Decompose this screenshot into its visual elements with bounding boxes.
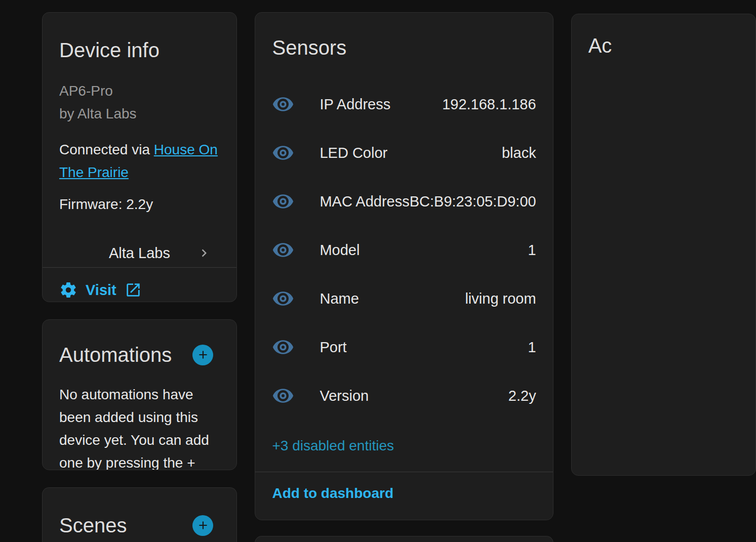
partial-bottom-card (255, 536, 553, 542)
sensors-title: Sensors (272, 35, 536, 60)
plus-icon (196, 519, 210, 532)
sensor-row-led-color[interactable]: LED Color black (272, 129, 536, 177)
sensor-label: IP Address (320, 96, 390, 113)
sensors-card: Sensors IP Address 192.168.1.186 LED Col… (255, 12, 553, 520)
eye-icon (272, 336, 294, 358)
sensor-value: 1 (528, 339, 536, 356)
automations-empty-text: No automations have been added using thi… (59, 383, 220, 470)
sensor-value: 1 (528, 242, 536, 259)
eye-icon (272, 287, 294, 310)
visit-row: Visit (43, 268, 236, 302)
chevron-right-icon (196, 245, 212, 261)
sensor-label: Version (320, 388, 369, 404)
sensor-label: Name (320, 290, 359, 307)
device-page: Device info AP6-Pro by Alta Labs Connect… (0, 0, 756, 542)
sensors-body: Sensors IP Address 192.168.1.186 LED Col… (255, 13, 552, 472)
visit-link[interactable]: Visit (86, 282, 116, 299)
disabled-entities-link[interactable]: +3 disabled entities (272, 438, 394, 454)
sensor-row-name[interactable]: Name living room (272, 274, 536, 323)
sensor-value: living room (465, 290, 536, 307)
sensor-label: Model (320, 242, 360, 259)
eye-icon (272, 385, 294, 407)
firmware-line: Firmware: 2.2y (59, 193, 220, 216)
add-to-dashboard-row: Add to dashboard (255, 472, 552, 515)
add-automation-button[interactable] (192, 345, 213, 365)
eye-icon (272, 93, 294, 115)
plus-icon (196, 348, 210, 361)
sensor-value: 192.168.1.186 (442, 96, 536, 113)
automations-title: Automations (59, 343, 172, 367)
device-info-title: Device info (59, 38, 220, 62)
device-model: AP6-Pro (59, 83, 113, 99)
sensor-value: BC:B9:23:05:D9:00 (410, 193, 536, 210)
device-manufacturer: by Alta Labs (59, 106, 137, 121)
partial-right-card-title: Ac (588, 33, 739, 58)
sensor-row-ip-address[interactable]: IP Address 192.168.1.186 (272, 80, 536, 129)
device-info-card: Device info AP6-Pro by Alta Labs Connect… (42, 12, 237, 302)
connected-via-line: Connected via House On The Prairie (59, 138, 220, 184)
disabled-entities-row: +3 disabled entities (272, 420, 536, 472)
sensor-label: Port (320, 339, 346, 356)
scenes-card: Scenes (42, 487, 237, 542)
scenes-header: Scenes (59, 513, 220, 537)
integration-name: Alta Labs (109, 245, 170, 262)
sensor-value: 2.2y (508, 388, 536, 404)
eye-icon (272, 239, 294, 261)
sensor-row-model[interactable]: Model 1 (272, 226, 536, 274)
eye-icon (272, 142, 294, 164)
open-in-new-icon[interactable] (125, 281, 142, 299)
sensor-row-version[interactable]: Version 2.2y (272, 371, 536, 420)
sensor-label: MAC Address (320, 193, 409, 210)
sensor-row-mac-address[interactable]: MAC Address BC:B9:23:05:D9:00 (272, 177, 536, 226)
middle-column: Sensors IP Address 192.168.1.186 LED Col… (255, 12, 553, 542)
automations-header: Automations (59, 343, 220, 367)
partial-right-card: Ac (571, 14, 756, 476)
sensor-value: black (502, 145, 536, 161)
device-model-manufacturer: AP6-Pro by Alta Labs (59, 79, 220, 125)
left-column: Device info AP6-Pro by Alta Labs Connect… (42, 12, 237, 542)
add-scene-button[interactable] (192, 515, 213, 536)
automations-card: Automations No automations have been add… (42, 319, 237, 470)
eye-icon (272, 190, 294, 213)
sensor-row-port[interactable]: Port 1 (272, 323, 536, 371)
add-to-dashboard-link[interactable]: Add to dashboard (272, 485, 393, 501)
gear-icon (59, 281, 77, 299)
sensor-label: LED Color (320, 145, 387, 161)
scenes-title: Scenes (59, 513, 127, 537)
connected-via-prefix: Connected via (59, 142, 154, 157)
integration-row-alta-labs[interactable]: Alta Labs (59, 239, 220, 267)
right-column: Ac (571, 14, 756, 476)
device-info-body: Device info AP6-Pro by Alta Labs Connect… (43, 13, 236, 267)
